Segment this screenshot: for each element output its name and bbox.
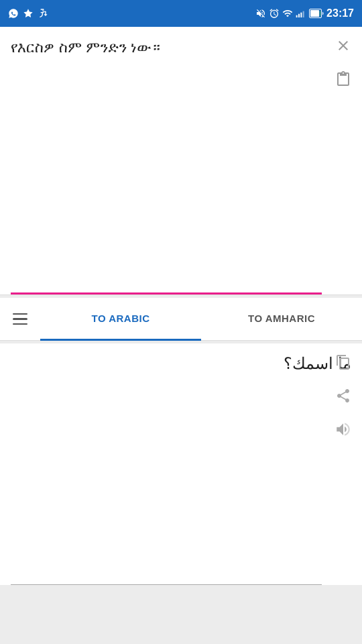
star-icon [23,8,34,19]
tab-to-amharic[interactable]: TO AMHARIC [201,298,362,341]
svg-rect-1 [298,14,300,17]
signal-bars-icon [296,8,306,19]
copy-button[interactable] [331,350,355,374]
whatsapp-icon [8,8,19,19]
translated-text: ما اسمك؟ [11,354,351,373]
output-action-buttons [331,350,355,441]
status-right-icons: 23:17 [255,7,354,19]
usb-icon [38,8,48,19]
output-underline [11,584,322,586]
hamburger-icon [13,313,27,325]
output-card: ما اسمك؟ [0,343,362,585]
mute-icon [255,8,266,19]
input-action-buttons [331,34,355,91]
clear-button[interactable] [331,34,355,58]
source-text-input[interactable] [11,38,319,266]
alarm-icon [269,8,280,19]
time-display: 23:17 [326,7,354,19]
tab-to-arabic[interactable]: TO ARABIC [40,298,201,341]
battery-icon [309,9,324,18]
main-content: TO ARABIC TO AMHARIC ما اسمك؟ [0,27,362,644]
translation-toolbar: TO ARABIC TO AMHARIC [0,298,362,341]
menu-button[interactable] [0,298,40,341]
speak-button[interactable] [331,417,355,441]
status-left-icons [8,8,48,19]
svg-rect-5 [310,10,319,17]
input-card [0,27,362,295]
paste-button[interactable] [331,67,355,91]
input-underline [11,292,322,294]
status-bar: 23:17 [0,0,362,27]
svg-rect-6 [320,11,320,16]
share-button[interactable] [331,384,355,408]
svg-rect-2 [300,13,302,17]
wifi-icon [282,8,293,19]
svg-rect-0 [296,15,298,17]
svg-rect-3 [303,11,304,17]
